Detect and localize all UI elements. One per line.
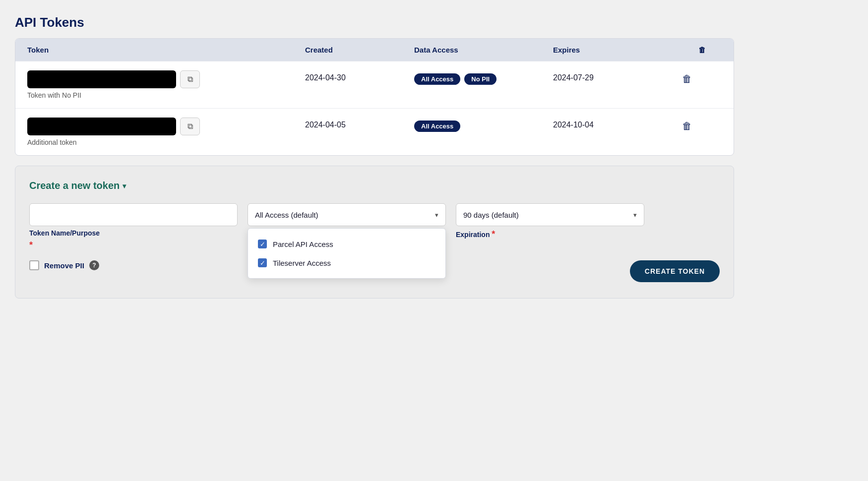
- column-header-data-access: Data Access: [414, 46, 553, 54]
- column-header-expires: Expires: [553, 46, 682, 54]
- create-token-section: Create a new token ▾ Token Name/Purpose …: [15, 166, 734, 299]
- parcel-api-label: Parcel API Access: [273, 240, 333, 248]
- remove-pii-label: Remove PII: [44, 261, 84, 270]
- help-icon[interactable]: ?: [89, 260, 99, 270]
- chevron-down-icon: ▾: [123, 182, 126, 190]
- remove-pii-checkbox[interactable]: [29, 260, 39, 270]
- token-input-row-1: ⧉: [27, 70, 305, 88]
- tileserver-checkbox[interactable]: ✓: [258, 258, 267, 267]
- token-label-1: Token with No PII: [27, 91, 305, 99]
- create-section-header[interactable]: Create a new token ▾: [29, 180, 720, 191]
- token-name-input[interactable]: [29, 203, 238, 226]
- data-access-cell-2: All Access: [414, 118, 553, 132]
- delete-icon-2[interactable]: 🗑: [682, 120, 692, 132]
- created-cell-2: 2024-04-05: [305, 118, 414, 129]
- delete-icon-1[interactable]: 🗑: [682, 73, 692, 85]
- create-form-row: Token Name/Purpose * All Access (default…: [29, 203, 720, 250]
- access-type-dropdown-menu: ✓ Parcel API Access ✓ Tileserver Access: [248, 228, 446, 279]
- copy-icon-2: ⧉: [187, 122, 193, 131]
- data-access-cell-1: All Access No PII: [414, 70, 553, 85]
- delete-cell-1[interactable]: 🗑: [682, 70, 722, 85]
- expiration-required-star: *: [492, 229, 495, 239]
- copy-token-button-1[interactable]: ⧉: [180, 70, 200, 88]
- token-cell-2: ⧉ Additional token: [27, 118, 305, 146]
- checkmark-icon: ✓: [260, 240, 265, 248]
- expires-cell-2: 2024-10-04: [553, 118, 682, 129]
- token-input-row-2: ⧉: [27, 118, 305, 135]
- token-masked-value-1: [27, 70, 176, 88]
- token-name-label: Token Name/Purpose: [29, 229, 238, 237]
- token-label-2: Additional token: [27, 138, 305, 146]
- column-header-delete: 🗑: [682, 46, 722, 54]
- remove-pii-group: Remove PII ?: [29, 260, 99, 270]
- token-name-required-star: *: [29, 240, 238, 250]
- column-header-token: Token: [27, 46, 305, 54]
- parcel-api-checkbox[interactable]: ✓: [258, 240, 267, 248]
- dropdown-item-parcel[interactable]: ✓ Parcel API Access: [256, 235, 437, 253]
- expires-cell-1: 2024-07-29: [553, 70, 682, 82]
- copy-icon-1: ⧉: [187, 75, 193, 84]
- created-cell-1: 2024-04-30: [305, 70, 414, 82]
- badge-all-access-1: All Access: [414, 73, 460, 85]
- expiration-field-label: Expiration *: [456, 229, 644, 240]
- create-section-title: Create a new token: [29, 180, 120, 191]
- delete-header-icon: 🗑: [698, 46, 706, 54]
- expiration-select[interactable]: 90 days (default) ▾: [456, 203, 644, 226]
- dropdown-item-tileserver[interactable]: ✓ Tileserver Access: [256, 253, 437, 272]
- table-header-row: Token Created Data Access Expires 🗑: [15, 39, 734, 61]
- tokens-table: Token Created Data Access Expires 🗑 ⧉ To…: [15, 38, 734, 156]
- access-type-group: All Access (default) ▾ ✓ Parcel API Acce…: [248, 203, 446, 226]
- table-row: ⧉ Additional token 2024-04-05 All Access…: [15, 108, 734, 155]
- access-type-label: All Access (default): [255, 211, 318, 219]
- create-token-button[interactable]: CREATE TOKEN: [630, 260, 720, 282]
- token-name-group: Token Name/Purpose *: [29, 203, 238, 250]
- access-type-select[interactable]: All Access (default) ▾: [248, 203, 446, 226]
- badge-all-access-2: All Access: [414, 120, 460, 132]
- token-cell-1: ⧉ Token with No PII: [27, 70, 305, 99]
- page-title: API Tokens: [15, 15, 734, 30]
- badge-no-pii-1: No PII: [464, 73, 496, 85]
- checkmark-icon-2: ✓: [260, 259, 265, 267]
- tileserver-label: Tileserver Access: [273, 259, 331, 267]
- expiration-chevron-icon: ▾: [633, 211, 637, 219]
- copy-token-button-2[interactable]: ⧉: [180, 118, 200, 135]
- expiration-group: 90 days (default) ▾ Expiration *: [456, 203, 644, 240]
- help-icon-text: ?: [92, 262, 96, 269]
- delete-cell-2[interactable]: 🗑: [682, 118, 722, 132]
- table-row: ⧉ Token with No PII 2024-04-30 All Acces…: [15, 61, 734, 108]
- column-header-created: Created: [305, 46, 414, 54]
- expiration-label: 90 days (default): [463, 211, 519, 219]
- token-masked-value-2: [27, 118, 176, 135]
- access-type-chevron-icon: ▾: [435, 211, 438, 219]
